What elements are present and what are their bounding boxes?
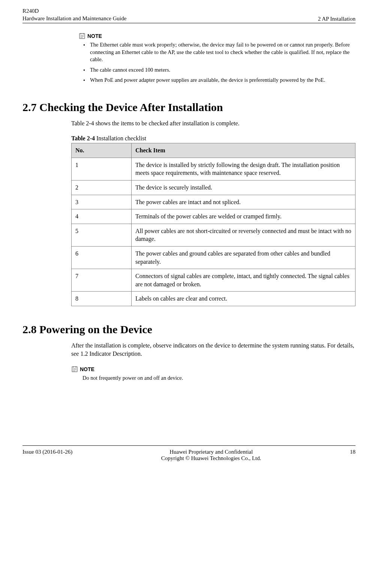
section-2-7-heading: 2.7 Checking the Device After Installati…: [22, 101, 356, 114]
doc-title: Hardware Installation and Maintenance Gu…: [22, 15, 126, 23]
section-2-8-heading: 2.8 Powering on the Device: [22, 323, 356, 336]
cell-item: The power cables are intact and not spli…: [132, 195, 356, 209]
model-number: R240D: [22, 8, 126, 15]
note-text: Do not frequently power on and off an de…: [82, 374, 356, 382]
note-icon: [79, 33, 86, 39]
note-list: The Ethernet cable must work properly; o…: [79, 41, 356, 84]
cell-no: 1: [72, 158, 132, 180]
cell-item: Terminals of the power cables are welded…: [132, 209, 356, 224]
svg-rect-1: [81, 33, 81, 35]
footer-proprietary: Huawei Proprietary and Confidential: [72, 449, 350, 455]
table-row: 3 The power cables are intact and not sp…: [72, 195, 356, 209]
svg-rect-2: [83, 33, 84, 35]
section-2-8-body: After the installation is complete, obse…: [71, 341, 356, 358]
cell-item: All power cables are not short-circuited…: [132, 224, 356, 246]
note-header: NOTE: [71, 366, 356, 373]
table-row: 4 Terminals of the power cables are weld…: [72, 209, 356, 224]
svg-rect-8: [75, 366, 76, 367]
svg-rect-7: [73, 366, 74, 367]
table-row: 2 The device is securely installed.: [72, 180, 356, 195]
col-no: No.: [72, 143, 132, 158]
note-block-1: NOTE The Ethernet cable must work proper…: [79, 33, 356, 84]
cell-no: 5: [72, 224, 132, 246]
table-header-row: No. Check Item: [72, 143, 356, 158]
cell-item: The power cables and ground cables are s…: [132, 246, 356, 269]
cell-no: 2: [72, 180, 132, 195]
table-row: 8 Labels on cables are clear and correct…: [72, 292, 356, 306]
note-header: NOTE: [79, 33, 356, 39]
table-caption-number: Table 2-4: [71, 135, 95, 141]
note-label: NOTE: [80, 366, 94, 372]
table-row: 7 Connectors of signal cables are comple…: [72, 269, 356, 292]
chapter-label: 2 AP Installation: [318, 16, 356, 22]
cell-no: 3: [72, 195, 132, 209]
col-check-item: Check Item: [132, 143, 356, 158]
cell-item: Labels on cables are clear and correct.: [132, 292, 356, 306]
cell-no: 4: [72, 209, 132, 224]
table-caption: Table 2-4 Installation checklist: [71, 135, 356, 142]
note-label: NOTE: [87, 33, 102, 39]
note-item: When PoE and power adapter power supplie…: [90, 77, 356, 84]
footer-issue: Issue 03 (2016-01-26): [22, 449, 72, 455]
note-block-2: NOTE Do not frequently power on and off …: [71, 366, 356, 382]
cell-item: The device is installed by strictly foll…: [132, 158, 356, 180]
table-ref-link[interactable]: Table 2-4: [71, 120, 94, 126]
indicator-link[interactable]: 1.2 Indicator Description: [80, 350, 140, 357]
cell-item: Connectors of signal cables are complete…: [132, 269, 356, 292]
page-footer: Issue 03 (2016-01-26) Huawei Proprietary…: [22, 445, 356, 462]
page-header: R240D Hardware Installation and Maintena…: [22, 8, 356, 23]
cell-no: 7: [72, 269, 132, 292]
header-left: R240D Hardware Installation and Maintena…: [22, 8, 126, 22]
footer-copyright: Copyright © Huawei Technologies Co., Ltd…: [72, 455, 350, 462]
footer-center: Huawei Proprietary and Confidential Copy…: [72, 449, 350, 462]
installation-checklist-table: No. Check Item 1 The device is installed…: [71, 143, 356, 306]
table-row: 1 The device is installed by strictly fo…: [72, 158, 356, 180]
intro-text: shows the items to be checked after inst…: [94, 120, 240, 126]
section-2-7-intro: Table 2-4 shows the items to be checked …: [71, 119, 356, 128]
cell-no: 6: [72, 246, 132, 269]
note-item: The cable cannot exceed 100 meters.: [90, 66, 356, 74]
table-row: 5 All power cables are not short-circuit…: [72, 224, 356, 246]
body-suffix: .: [141, 350, 142, 357]
cell-item: The device is securely installed.: [132, 180, 356, 195]
note-item: The Ethernet cable must work properly; o…: [90, 41, 356, 63]
note-icon: [71, 366, 78, 373]
footer-page-number: 18: [350, 449, 356, 455]
table-row: 6 The power cables and ground cables are…: [72, 246, 356, 269]
cell-no: 8: [72, 292, 132, 306]
table-caption-text: Installation checklist: [95, 135, 146, 141]
